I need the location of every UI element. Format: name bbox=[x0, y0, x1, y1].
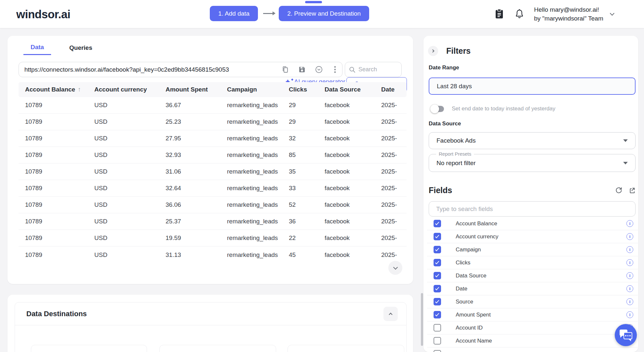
refresh-fields-button[interactable] bbox=[615, 187, 623, 194]
table-cell: 32.64 bbox=[166, 185, 227, 192]
column-header[interactable]: Account Balance↑ bbox=[25, 86, 94, 93]
table-cell: facebook bbox=[325, 185, 381, 192]
tab-queries[interactable]: Queries bbox=[62, 36, 100, 55]
field-checkbox[interactable] bbox=[434, 324, 441, 331]
table-cell: USD bbox=[94, 185, 166, 192]
table-cell: 2025- bbox=[381, 234, 407, 242]
data-source-value: Facebook Ads bbox=[436, 137, 476, 144]
table-cell: 2025- bbox=[381, 135, 407, 142]
copy-url-button[interactable] bbox=[282, 66, 289, 74]
table-cell: 36 bbox=[289, 218, 325, 225]
tab-data[interactable]: Data bbox=[23, 36, 51, 55]
connector-url-input[interactable] bbox=[24, 66, 278, 73]
end-date-toggle[interactable] bbox=[432, 106, 444, 112]
table-search-input[interactable] bbox=[358, 66, 397, 73]
field-label: Campaign bbox=[456, 246, 626, 253]
download-options-button[interactable] bbox=[315, 66, 323, 73]
info-icon[interactable]: i bbox=[626, 285, 633, 292]
field-checkbox[interactable] bbox=[434, 311, 441, 318]
chat-dots-icon bbox=[624, 332, 632, 339]
sort-asc-icon[interactable]: ↑ bbox=[78, 86, 81, 93]
table-cell: 2025- bbox=[381, 201, 407, 208]
field-checkbox[interactable] bbox=[434, 246, 441, 253]
save-query-button[interactable] bbox=[299, 66, 305, 73]
field-checkbox[interactable] bbox=[434, 350, 441, 352]
table-cell: 2025- bbox=[381, 185, 407, 192]
destination-placeholder-card[interactable] bbox=[288, 345, 404, 352]
column-header[interactable]: Amount Spent bbox=[166, 86, 227, 93]
table-row: 10789USD31.06remarketing_leads35facebook… bbox=[19, 163, 407, 180]
table-cell: remarketing_leads bbox=[227, 102, 289, 109]
table-cell: 10789 bbox=[25, 185, 94, 192]
more-options-button[interactable] bbox=[332, 65, 338, 74]
data-source-select[interactable]: Facebook Ads bbox=[429, 132, 636, 149]
step-preview-destination-button[interactable]: 2. Preview and Destination bbox=[279, 6, 369, 21]
table-cell: 10789 bbox=[25, 234, 94, 242]
table-cell: 10789 bbox=[25, 218, 94, 225]
table-cell: 2025- bbox=[381, 118, 407, 125]
data-table: Account Balance↑Account currencyAmount S… bbox=[19, 82, 407, 263]
column-header[interactable]: Date bbox=[381, 86, 407, 93]
table-cell: 31.06 bbox=[166, 168, 227, 175]
check-icon bbox=[435, 312, 439, 316]
report-presets-value: No report filter bbox=[436, 160, 476, 167]
field-checkbox[interactable] bbox=[434, 233, 441, 240]
fields-list: Account BalanceiAccount currencyiCampaig… bbox=[427, 217, 638, 352]
info-icon[interactable]: i bbox=[626, 259, 633, 266]
field-checkbox[interactable] bbox=[434, 259, 441, 266]
info-icon[interactable]: i bbox=[626, 272, 633, 279]
end-date-toggle-label: Set end date to today instead of yesterd… bbox=[452, 106, 556, 112]
table-cell: facebook bbox=[325, 151, 381, 159]
table-row: 10789USD32.93remarketing_leads85facebook… bbox=[19, 147, 407, 163]
table-cell: 25.23 bbox=[166, 118, 227, 125]
open-fields-button[interactable] bbox=[628, 187, 636, 194]
table-cell: 36.67 bbox=[166, 102, 227, 109]
collapse-destinations-button[interactable] bbox=[383, 307, 398, 321]
field-label: Account Balance bbox=[456, 220, 626, 227]
table-cell: USD bbox=[94, 218, 166, 225]
table-row: 10789USD32.64remarketing_leads33facebook… bbox=[19, 180, 407, 197]
column-header[interactable]: Clicks bbox=[289, 86, 325, 93]
collapse-filters-button[interactable] bbox=[428, 46, 438, 56]
info-icon[interactable]: i bbox=[626, 246, 633, 253]
filters-panel: Filters Date Range Last 28 days Set end … bbox=[423, 36, 638, 352]
destination-placeholder-card[interactable] bbox=[31, 345, 147, 352]
column-header[interactable]: Data Source bbox=[325, 86, 381, 93]
fields-title: Fields bbox=[429, 186, 452, 195]
field-checkbox[interactable] bbox=[434, 220, 441, 227]
chat-button[interactable] bbox=[615, 324, 637, 346]
column-header[interactable]: Account currency bbox=[94, 86, 166, 93]
date-range-input[interactable]: Last 28 days bbox=[429, 77, 636, 95]
field-row: Sourcei bbox=[427, 295, 638, 308]
chevron-down-icon bbox=[393, 265, 397, 269]
expand-table-button[interactable] bbox=[388, 261, 402, 275]
check-icon bbox=[435, 234, 439, 238]
info-icon[interactable]: i bbox=[626, 298, 633, 305]
info-icon[interactable]: i bbox=[626, 233, 633, 240]
scrollbar-thumb[interactable] bbox=[421, 293, 423, 346]
table-cell: USD bbox=[94, 168, 166, 175]
user-menu-button[interactable] bbox=[610, 12, 614, 15]
notifications-button[interactable] bbox=[515, 9, 524, 19]
step-add-data-button[interactable]: 1. Add data bbox=[210, 6, 258, 21]
destination-placeholder-card[interactable] bbox=[159, 345, 276, 352]
field-checkbox[interactable] bbox=[434, 298, 441, 305]
field-checkbox[interactable] bbox=[434, 285, 441, 292]
open-in-new-icon bbox=[628, 187, 636, 194]
info-icon[interactable]: i bbox=[626, 311, 633, 318]
field-row: Account currencyi bbox=[427, 230, 638, 243]
table-cell: 2025- bbox=[381, 218, 407, 225]
greeting-line2: by "marywindsorai" Team bbox=[534, 14, 603, 23]
tasks-clipboard-button[interactable] bbox=[494, 9, 504, 19]
fields-search-input[interactable] bbox=[429, 201, 636, 217]
field-checkbox[interactable] bbox=[434, 337, 441, 345]
report-presets-label: Report Presets bbox=[436, 151, 474, 157]
field-row: Clicksi bbox=[427, 256, 638, 269]
report-presets-select[interactable]: Report Presets No report filter bbox=[429, 154, 636, 172]
table-cell: 27.95 bbox=[166, 135, 227, 142]
column-header[interactable]: Campaign bbox=[227, 86, 289, 93]
info-icon[interactable]: i bbox=[626, 220, 633, 227]
field-checkbox[interactable] bbox=[434, 272, 441, 279]
windsor-app: windsor.ai 1. Add data 2. Preview and De… bbox=[0, 0, 644, 352]
table-cell: 10789 bbox=[25, 135, 94, 142]
